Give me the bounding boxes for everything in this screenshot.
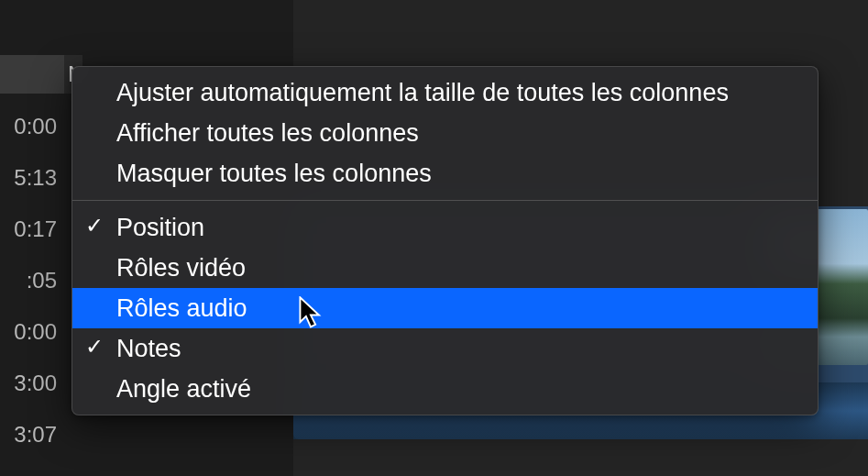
time-cell: 3:00 bbox=[0, 358, 62, 409]
menu-item-hide-all-columns[interactable]: Masquer toutes les colonnes bbox=[72, 153, 818, 194]
check-icon: ✓ bbox=[85, 328, 104, 365]
time-cell: :05 bbox=[0, 255, 62, 306]
menu-divider bbox=[72, 200, 818, 201]
menu-item-column-notes[interactable]: ✓ Notes bbox=[72, 328, 818, 369]
time-column: 0:00 5:13 0:17 :05 0:00 3:00 3:07 bbox=[0, 101, 62, 460]
column-header-left[interactable] bbox=[0, 55, 64, 94]
menu-item-column-audio-roles[interactable]: Rôles audio bbox=[72, 288, 818, 328]
menu-item-label: Position bbox=[116, 214, 204, 241]
menu-item-label: Angle activé bbox=[116, 375, 251, 403]
check-icon: ✓ bbox=[85, 207, 104, 244]
menu-item-label: Rôles audio bbox=[116, 294, 247, 322]
menu-item-label: Rôles vidéo bbox=[116, 254, 246, 282]
menu-item-label: Notes bbox=[116, 335, 181, 362]
time-cell: 0:00 bbox=[0, 306, 62, 358]
menu-item-column-video-roles[interactable]: Rôles vidéo bbox=[72, 248, 818, 288]
menu-item-column-position[interactable]: ✓ Position bbox=[72, 207, 818, 248]
time-cell: 5:13 bbox=[0, 152, 62, 204]
time-cell: 3:07 bbox=[0, 409, 62, 460]
menu-item-column-active-angle[interactable]: Angle activé bbox=[72, 369, 818, 409]
menu-item-autosize-columns[interactable]: Ajuster automatiquement la taille de tou… bbox=[72, 72, 818, 113]
time-cell: 0:00 bbox=[0, 101, 62, 152]
time-cell: 0:17 bbox=[0, 204, 62, 255]
column-context-menu: Ajuster automatiquement la taille de tou… bbox=[71, 66, 819, 415]
menu-item-show-all-columns[interactable]: Afficher toutes les colonnes bbox=[72, 113, 818, 153]
